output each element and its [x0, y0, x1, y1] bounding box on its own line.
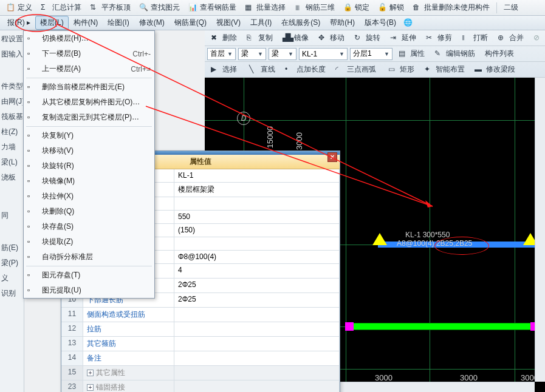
left-label[interactable]: 筏板基础	[1, 112, 22, 122]
menu-item-上一楼层(A)[interactable]: ▫上一楼层(A)Ctrl+=	[24, 61, 154, 76]
menu-item-从其它楼层复制构件图元(O)…[interactable]: ▫从其它楼层复制构件图元(O)…	[24, 95, 154, 110]
left-label[interactable]: 浇板	[1, 172, 22, 183]
menu-view[interactable]: 视图(V)	[211, 16, 245, 30]
tb-batch-delete[interactable]: 🗑批量删除未使用构件	[409, 1, 493, 15]
menu-version[interactable]: 版本号(B)	[360, 16, 401, 30]
select-component[interactable]: KL-1▼	[299, 48, 348, 60]
tb-batch-select[interactable]: ▦批量选择	[241, 1, 289, 15]
property-name-cell[interactable]: 侧面构造或受扭筋	[83, 308, 174, 322]
property-value[interactable]: (150)	[174, 224, 340, 237]
property-value[interactable]	[174, 308, 340, 322]
menu-item-块复制(Y)[interactable]: ▫块复制(Y)	[24, 128, 154, 143]
property-value[interactable]: KL-1	[174, 169, 340, 183]
property-value[interactable]: 550	[174, 211, 340, 224]
menu-item-复制选定图元到其它楼层(P)…[interactable]: ▫复制选定图元到其它楼层(P)…	[24, 110, 154, 125]
property-name-cell[interactable]: 备注	[83, 351, 174, 366]
btn-delete[interactable]: ✖删除	[207, 31, 241, 45]
menu-item-自动拆分标准层[interactable]: ▫自动拆分标准层	[24, 249, 154, 265]
left-label[interactable]: 同	[1, 211, 22, 221]
property-name-cell[interactable]: 拉筋	[83, 322, 174, 337]
property-value[interactable]	[174, 366, 340, 380]
property-value[interactable]	[174, 380, 340, 392]
property-name-cell[interactable]: +锚固搭接	[83, 380, 174, 392]
menu-item-下一楼层(B)[interactable]: ▫下一楼层(B)Ctrl+-	[24, 46, 154, 61]
left-label[interactable]: 柱(Z)	[1, 127, 22, 137]
menu-item-块删除(Q)[interactable]: ▫块删除(Q)	[24, 204, 154, 219]
select-cat2[interactable]: 梁▼	[269, 48, 296, 60]
beam-green[interactable]	[349, 323, 532, 330]
btn-select[interactable]: ▶选择	[207, 63, 241, 76]
close-button[interactable]: ×	[327, 152, 337, 162]
btn-smart[interactable]: ✦智能布置	[420, 63, 468, 76]
menu-item-图元提取(U)[interactable]: ▫图元提取(U)	[24, 283, 154, 298]
tb-find[interactable]: 🔍查找图元	[135, 1, 183, 15]
left-label[interactable]: 筋(E)	[1, 243, 22, 253]
tb-define[interactable]: 📋定义	[2, 1, 36, 15]
tb-sum[interactable]: Σ汇总计算	[37, 1, 85, 15]
btn-copy[interactable]: ⎘复制	[243, 31, 276, 45]
left-label[interactable]: 梁(P)	[1, 258, 22, 268]
menu-item-切换楼层(H)…[interactable]: ▫切换楼层(H)…	[24, 31, 154, 46]
menu-floor[interactable]: 楼层(L)	[35, 16, 69, 30]
left-label[interactable]: 图输入	[1, 49, 22, 59]
property-value[interactable]: 2Φ25	[174, 293, 340, 308]
left-label[interactable]: 义	[1, 273, 22, 283]
btn-line[interactable]: ╲直线	[245, 63, 279, 76]
btn-mirror[interactable]: ▟▙镜像	[279, 31, 312, 45]
left-label[interactable]: 件类型	[1, 81, 22, 92]
btn-extend[interactable]: ⇥延伸	[386, 31, 420, 45]
property-value[interactable]	[174, 337, 340, 351]
expand-icon[interactable]: +	[87, 370, 94, 376]
tb-lock[interactable]: 🔒锁定	[340, 1, 373, 15]
menu-tools[interactable]: 工具(I)	[245, 16, 276, 30]
menu-item-块移动(V)[interactable]: ▫块移动(V)	[24, 143, 154, 158]
menu-online[interactable]: 在线服务(S)	[276, 16, 325, 30]
left-label[interactable]: 梁(L)	[1, 157, 22, 167]
globe-icon[interactable]: 🌐	[403, 18, 413, 28]
btn-rect[interactable]: ▭矩形	[385, 63, 418, 76]
property-value[interactable]: 楼层框架梁	[174, 183, 340, 197]
property-value[interactable]	[174, 237, 340, 251]
left-label[interactable]: 识别	[1, 288, 22, 299]
select-cat1[interactable]: 梁▼	[238, 48, 266, 60]
menu-item-块镜像(M)[interactable]: ▫块镜像(M)	[24, 174, 154, 189]
menu-item-块拉伸(X)[interactable]: ▫块拉伸(X)	[24, 189, 154, 204]
tb-view-qty[interactable]: 📊查看钢筋量	[185, 1, 240, 15]
btn-trim[interactable]: ✂修剪	[422, 31, 456, 45]
menu-left-report[interactable]: 报(R) ▸	[2, 16, 35, 30]
btn-modify-beam[interactable]: ▬修改梁段	[471, 63, 519, 76]
menu-help[interactable]: 帮助(H)	[325, 16, 360, 30]
tb-align[interactable]: ⇅平齐板顶	[86, 1, 134, 15]
btn-arc[interactable]: ◜三点画弧	[332, 63, 380, 76]
left-label[interactable]: 由网(J)	[1, 96, 22, 107]
menu-item-块提取(Z)[interactable]: ▫块提取(Z)	[24, 234, 154, 249]
left-label[interactable]: 程设置	[1, 34, 22, 44]
menu-item-图元存盘(T)[interactable]: ▫图元存盘(T)	[24, 268, 154, 283]
menu-item-删除当前楼层构件图元(E)[interactable]: ▫删除当前楼层构件图元(E)	[24, 79, 154, 95]
menu-draw[interactable]: 绘图(I)	[103, 16, 134, 30]
select-floor[interactable]: 首层▼	[207, 48, 236, 60]
btn-comp-list[interactable]: 构件列表	[481, 47, 518, 61]
tb-secondary[interactable]: 二级	[500, 1, 522, 15]
left-label[interactable]: 力墙	[1, 142, 22, 152]
menu-item-块存盘(S)[interactable]: ▫块存盘(S)	[24, 219, 154, 234]
btn-props[interactable]: ▤属性	[395, 47, 428, 61]
btn-point-len[interactable]: •点加长度	[281, 63, 329, 76]
beam-handle[interactable]	[345, 322, 354, 331]
btn-move[interactable]: ✥移动	[315, 31, 348, 45]
property-value[interactable]: Φ8@100(4)	[174, 251, 340, 264]
menu-component[interactable]: 构件(N)	[69, 16, 103, 30]
property-value[interactable]	[174, 351, 340, 366]
property-name-cell[interactable]: +其它属性	[83, 366, 174, 380]
btn-edit-rebar[interactable]: ✎编辑钢筋	[431, 47, 479, 61]
property-value[interactable]: 4	[174, 264, 340, 279]
select-layer[interactable]: 分层1▼	[350, 48, 392, 60]
property-value[interactable]	[174, 322, 340, 337]
menu-item-块旋转(R)[interactable]: ▫块旋转(R)	[24, 158, 154, 174]
btn-break[interactable]: ⦀打断	[458, 31, 492, 45]
menu-modify[interactable]: 修改(M)	[134, 16, 170, 30]
btn-rotate[interactable]: ↻旋转	[351, 31, 384, 45]
property-name-cell[interactable]: 其它箍筋	[83, 337, 174, 351]
scrollbar-vertical[interactable]	[535, 78, 545, 382]
tb-rebar3d[interactable]: ⫼钢筋三维	[290, 1, 338, 15]
